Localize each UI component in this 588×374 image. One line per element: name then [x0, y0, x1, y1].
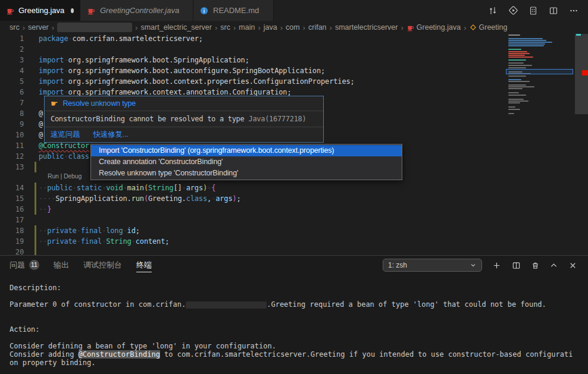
terminal-text: on property binding. [10, 359, 96, 367]
minimap-line [508, 53, 530, 54]
breadcrumb-item[interactable]: Greeting [470, 23, 508, 32]
minimap-line [508, 45, 544, 46]
code-line[interactable]: 3import·org.springframework.boot.SpringA… [0, 55, 506, 65]
panel-tab-label: 输出 [54, 256, 69, 274]
resolve-unknown-type-link[interactable]: Resolve unknown type [62, 99, 136, 108]
code-line[interactable]: 4import·org.springframework.boot.autocon… [0, 65, 506, 76]
more-actions-icon[interactable] [568, 5, 580, 17]
open-changes-icon[interactable] [487, 5, 499, 17]
terminal-text: Parameter 0 of constructor in com.crifan… [10, 300, 186, 309]
breadcrumb-item[interactable]: crifan [308, 23, 327, 32]
breadcrumb-separator: › [135, 23, 137, 32]
breadcrumb-separator: › [52, 23, 54, 32]
binary-file-icon[interactable] [527, 5, 539, 17]
editor-actions [487, 0, 588, 21]
line-number: 19 [0, 236, 24, 247]
vscode-window: Greeting.java GreetingController.java RE… [0, 0, 588, 374]
code-text: import·org.springframework.boot.autoconf… [39, 65, 325, 76]
quickfix-menu: Import 'ConstructorBinding' (org.springf… [90, 144, 402, 180]
new-terminal-icon[interactable] [490, 259, 503, 272]
split-terminal-icon[interactable] [509, 259, 523, 272]
code-editor[interactable]: Run | Debug ☛ Resolve unknown type Const… [0, 34, 588, 255]
panel-tab-debug-console[interactable]: 调试控制台 [83, 256, 122, 274]
minimap-line [508, 65, 532, 66]
split-editor-icon[interactable] [548, 5, 559, 17]
editor-scrollbar[interactable] [575, 34, 588, 255]
breadcrumb-item[interactable]: java [264, 23, 277, 32]
line-number: 12 [0, 151, 24, 162]
code-line[interactable]: 20 [0, 247, 506, 255]
code-text: ··public·static·void·main(String[]·args)… [39, 183, 215, 193]
code-line[interactable]: 19··private·final·String·content; [0, 236, 506, 247]
quickfix-item[interactable]: Create annotation 'ConstructorBinding' [91, 156, 402, 168]
code-line[interactable]: 15····SpringApplication.run(Greeting.cla… [0, 193, 506, 204]
breadcrumb-item[interactable]: src [220, 23, 230, 32]
tab-greeting-java[interactable]: Greeting.java [0, 0, 80, 21]
breadcrumb-item[interactable]: Greeting.java [406, 23, 461, 32]
modified-dot-icon[interactable] [71, 8, 74, 13]
tab-readme-md[interactable]: README.md [193, 0, 274, 21]
breadcrumb-label: Greeting.java [417, 23, 461, 32]
hover-action-row: ☛ Resolve unknown type [45, 96, 323, 111]
quickfix-item[interactable]: Import 'ConstructorBinding' (org.springf… [91, 145, 402, 156]
terminal-text: Consider defining a bean of type 'long' … [10, 342, 276, 350]
breadcrumb-item[interactable]: com [286, 23, 300, 32]
line-number: 5 [0, 76, 24, 87]
breadcrumb-item[interactable]: smart_electric_server [140, 23, 211, 32]
line-number: 8 [0, 108, 24, 119]
tab-greetingcontroller-java[interactable]: GreetingController.java [80, 0, 193, 21]
minimap-line [508, 84, 526, 86]
code-line[interactable]: 16··} [0, 204, 506, 215]
highlighted-text: @ConstructorBinding [79, 350, 160, 359]
breadcrumb-label: crifan [308, 23, 327, 32]
panel-tab-output[interactable]: 输出 [54, 256, 69, 274]
code-text: package·com.crifan.smartelectricserver; [39, 34, 203, 44]
quickfix-item[interactable]: Resolve unknown type 'ConstructorBinding… [91, 168, 402, 179]
code-text: @ [39, 130, 43, 140]
panel-tab-problems[interactable]: 问题 11 [10, 256, 39, 274]
panel-tab-terminal[interactable]: 终端 [136, 256, 152, 274]
code-text: ····SpringApplication.run(Greeting.class… [39, 193, 241, 204]
code-line[interactable]: 14··public·static·void·main(String[]·arg… [0, 183, 506, 193]
breadcrumb-separator: › [330, 23, 332, 32]
minimap-line [508, 38, 543, 39]
breadcrumb-separator: › [215, 23, 217, 32]
minimap-line [508, 92, 519, 93]
breadcrumb-item[interactable]: server [28, 23, 49, 32]
breadcrumb-item[interactable]: main [239, 23, 255, 32]
peek-problem-link[interactable]: 速览问题 [51, 130, 80, 140]
breadcrumb-item[interactable]: smartelectricserver [335, 23, 398, 32]
code-line[interactable]: 5import·org.springframework.boot.context… [0, 76, 506, 87]
code-line[interactable]: 18··private·final·long·id; [0, 225, 506, 236]
quick-fix-link[interactable]: 快速修复... [93, 130, 128, 140]
breadcrumb-item-redacted[interactable] [57, 23, 132, 32]
code-text: ··private·final·long·id; [39, 225, 140, 236]
breadcrumb-item[interactable]: src [10, 23, 20, 32]
minimap-line [508, 95, 526, 96]
run-or-debug-icon[interactable] [507, 5, 519, 17]
line-number: 1 [0, 34, 24, 44]
terminal-text: .Greeting required a bean of type 'long'… [267, 300, 546, 309]
terminal-output[interactable]: Description:Parameter 0 of constructor i… [0, 274, 588, 374]
line-number: 15 [0, 193, 24, 204]
java-file-icon [6, 6, 14, 15]
breadcrumb-separator: › [303, 23, 305, 32]
codelens-run-debug[interactable]: Run | Debug [48, 172, 82, 182]
kill-terminal-icon[interactable] [528, 259, 542, 272]
line-number: 10 [0, 130, 24, 140]
minimap-line [508, 40, 546, 41]
tab-label: README.md [213, 6, 259, 15]
close-panel-icon[interactable] [566, 259, 579, 272]
code-line[interactable]: 17 [0, 215, 506, 225]
breadcrumb-label: com [286, 23, 300, 32]
info-icon [199, 6, 209, 15]
minimap-selection-band [506, 69, 573, 74]
line-number: 17 [0, 215, 24, 225]
terminal-shell-select[interactable]: 1: zsh [383, 259, 482, 272]
code-line[interactable]: 2 [0, 44, 506, 55]
code-line[interactable]: 1package·com.crifan.smartelectricserver; [0, 34, 506, 44]
modified-change-bar [35, 183, 36, 193]
maximize-panel-icon[interactable] [547, 259, 560, 272]
minimap[interactable] [506, 34, 575, 255]
modified-change-bar [35, 236, 36, 247]
